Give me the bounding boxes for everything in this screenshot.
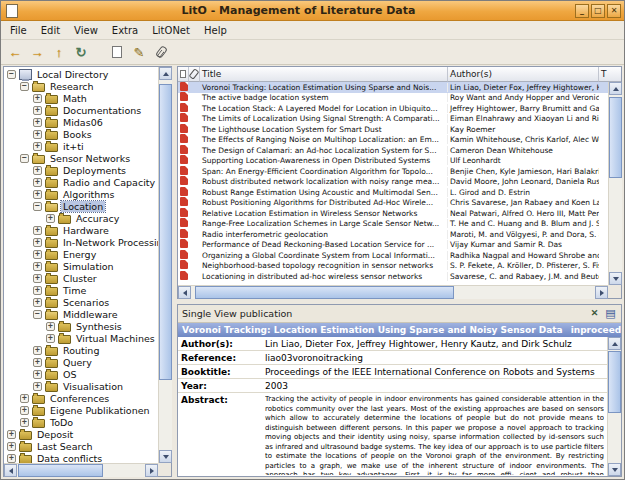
scroll-left-button[interactable]	[178, 286, 191, 299]
tree-toggle-collapsed-icon[interactable]: +	[33, 382, 42, 391]
tree-item-data-conflicts[interactable]: + Data conflicts	[4, 452, 158, 463]
tree-item-todo[interactable]: + ToDo	[4, 416, 158, 428]
tree-item-hardware[interactable]: + Hardware	[4, 224, 158, 236]
tree-item-in-network-processing[interactable]: + In-Network Processing	[4, 236, 158, 248]
tree-toggle-collapsed-icon[interactable]: +	[46, 334, 55, 343]
tree-item-scenarios[interactable]: + Scenarios	[4, 296, 158, 308]
tree-item-routing[interactable]: + Routing	[4, 344, 158, 356]
table-row[interactable]: Voronoi Tracking: Location Estimation Us…	[178, 82, 608, 93]
tree-toggle-expanded-icon[interactable]: −	[7, 70, 16, 79]
tree-item-algorithms[interactable]: + Algorithms	[4, 188, 158, 200]
tree-toggle-collapsed-icon[interactable]: +	[33, 238, 42, 247]
menu-file[interactable]: File	[3, 24, 34, 37]
tree-toggle-collapsed-icon[interactable]: +	[33, 226, 42, 235]
tree-item-math[interactable]: + Math	[4, 92, 158, 104]
tree-toggle-collapsed-icon[interactable]: +	[33, 178, 42, 187]
table-row[interactable]: Relative Location Estimation in Wireless…	[178, 208, 608, 219]
tree-toggle-collapsed-icon[interactable]: +	[20, 406, 29, 415]
tree-item-energy[interactable]: + Energy	[4, 248, 158, 260]
scroll-track[interactable]	[191, 286, 595, 299]
tree-toggle-collapsed-icon[interactable]: +	[46, 214, 55, 223]
tree-item-local-directory[interactable]: − Local Directory	[4, 68, 158, 80]
close-button[interactable]: ✕	[607, 4, 621, 18]
tree-toggle-collapsed-icon[interactable]: +	[33, 142, 42, 151]
table-row[interactable]: The Location Stack: A Layered Model for …	[178, 103, 608, 114]
tree-item-synthesis[interactable]: + Synthesis	[4, 320, 158, 332]
menu-help[interactable]: Help	[197, 24, 234, 37]
tree-item-simulation[interactable]: + Simulation	[4, 260, 158, 272]
table-row[interactable]: Performance of Dead Reckoning-Based Loca…	[178, 240, 608, 251]
tree-toggle-collapsed-icon[interactable]: +	[33, 118, 42, 127]
tree-toggle-collapsed-icon[interactable]: +	[46, 322, 55, 331]
tree-toggle-collapsed-icon[interactable]: +	[33, 370, 42, 379]
title-bar[interactable]: LitO - Management of Literature Data _ □…	[1, 1, 624, 21]
table-vertical-scrollbar[interactable]	[608, 82, 622, 285]
tree-toggle-expanded-icon[interactable]: −	[33, 310, 42, 319]
tree-toggle-collapsed-icon[interactable]: +	[33, 274, 42, 283]
tree-item-midas06[interactable]: + Midas06	[4, 116, 158, 128]
table-row[interactable]: Radio interferometric geolocation Maroti…	[178, 229, 608, 240]
tree-toggle-expanded-icon[interactable]: −	[20, 154, 29, 163]
tree-item-os[interactable]: + OS	[4, 368, 158, 380]
minimize-button[interactable]: _	[575, 4, 589, 18]
tree-item-location[interactable]: − Location	[4, 200, 158, 212]
tree-item-cluster[interactable]: + Cluster	[4, 272, 158, 284]
tree-item-middleware[interactable]: − Middleware	[4, 308, 158, 320]
scroll-down-button[interactable]	[609, 272, 622, 285]
table-row[interactable]: Organizing a Global Coordinate System fr…	[178, 250, 608, 261]
scroll-right-button[interactable]	[145, 464, 158, 477]
tree-item-last-search[interactable]: + Last Search	[4, 440, 158, 452]
scroll-left-button[interactable]	[4, 464, 17, 477]
menu-litonet[interactable]: LitONet	[145, 24, 197, 37]
scroll-track[interactable]	[159, 80, 172, 450]
tree-toggle-collapsed-icon[interactable]: +	[33, 130, 42, 139]
header-type[interactable]: T	[599, 67, 608, 82]
header-attachment-column[interactable]	[189, 67, 200, 82]
scroll-down-button[interactable]	[608, 463, 621, 476]
tree-item-virtual-machines[interactable]: + Virtual Machines	[4, 332, 158, 344]
tree-item-documentations[interactable]: + Documentations	[4, 104, 158, 116]
tree-item-sensor-networks[interactable]: − Sensor Networks	[4, 152, 158, 164]
tree-item-it-ti[interactable]: + it+ti	[4, 140, 158, 152]
scroll-thumb[interactable]	[18, 464, 102, 477]
maximize-button[interactable]: □	[591, 4, 605, 18]
tree-item-accuracy[interactable]: + Accuracy	[4, 212, 158, 224]
tree-toggle-collapsed-icon[interactable]: +	[7, 454, 16, 463]
scroll-track[interactable]	[17, 464, 145, 477]
table-row[interactable]: The active badge location system Roy Wan…	[178, 93, 608, 104]
tree-item-radio-and-capacity[interactable]: + Radio and Capacity	[4, 176, 158, 188]
table-row[interactable]: Locationing in distributed ad-hoc wirele…	[178, 271, 608, 282]
header-document-column[interactable]	[178, 67, 189, 82]
menu-edit[interactable]: Edit	[34, 24, 67, 37]
table-row[interactable]: The Design of Calamari: an Ad-hoc Locali…	[178, 145, 608, 156]
scroll-thumb[interactable]	[609, 97, 622, 178]
tree-toggle-collapsed-icon[interactable]: +	[33, 298, 42, 307]
tree-toggle-collapsed-icon[interactable]: +	[33, 346, 42, 355]
tree-item-research[interactable]: − Research	[4, 80, 158, 92]
scroll-thumb[interactable]	[195, 286, 454, 299]
tree-item-books[interactable]: + Books	[4, 128, 158, 140]
table-row[interactable]: The Effects of Ranging Noise on Multihop…	[178, 135, 608, 146]
tree-toggle-collapsed-icon[interactable]: +	[20, 394, 29, 403]
table-horizontal-scrollbar[interactable]	[178, 285, 608, 299]
table-row[interactable]: Robust Positioning Algorithms for Distri…	[178, 198, 608, 209]
menu-extra[interactable]: Extra	[105, 24, 145, 37]
tree-toggle-collapsed-icon[interactable]: +	[33, 94, 42, 103]
tree-toggle-collapsed-icon[interactable]: +	[33, 358, 42, 367]
tree-toggle-collapsed-icon[interactable]: +	[33, 262, 42, 271]
tree-toggle-collapsed-icon[interactable]: +	[33, 286, 42, 295]
tree-item-deployments[interactable]: + Deployments	[4, 164, 158, 176]
tree-item-time[interactable]: + Time	[4, 284, 158, 296]
table-row[interactable]: Robust Range Estimation Using Acoustic a…	[178, 187, 608, 198]
scroll-track[interactable]	[609, 95, 622, 272]
scroll-thumb[interactable]	[608, 351, 621, 413]
up-button[interactable]: ↑	[49, 42, 69, 62]
table-row[interactable]: The Lighthouse Location System for Smart…	[178, 124, 608, 135]
tree-item-deposit[interactable]: + Deposit	[4, 428, 158, 440]
tree-item-conferences[interactable]: + Conferences	[4, 392, 158, 404]
scroll-up-button[interactable]	[608, 337, 621, 350]
refresh-button[interactable]: ↻	[71, 42, 91, 62]
tree-vertical-scrollbar[interactable]	[158, 67, 172, 463]
tree-toggle-collapsed-icon[interactable]: +	[20, 418, 29, 427]
scroll-thumb[interactable]	[159, 84, 172, 380]
